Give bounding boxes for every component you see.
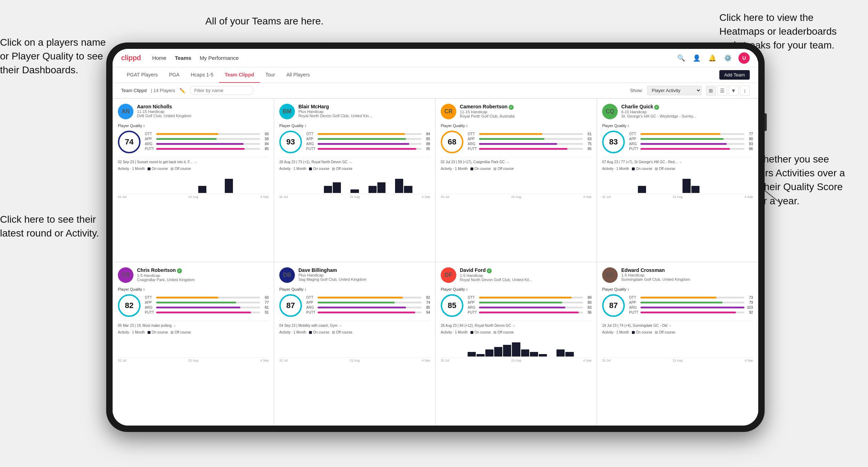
profile-icon[interactable]: 👤 [692,53,702,63]
recent-round[interactable]: 26 Aug 23 | 73 (+1), Royal North Devon G… [279,157,430,164]
tab-pga[interactable]: PGA [163,67,185,83]
bar-fill [156,143,244,145]
recent-round[interactable]: 05 Mar 23 | 19, Must make putting → [118,320,269,328]
quality-bars: OTT 60 APP 77 [145,296,269,315]
filter-icon[interactable]: ▼ [729,86,738,96]
bar-value: 60 [262,296,269,300]
search-icon[interactable]: 🔍 [676,53,686,63]
avatar-icon[interactable]: U [738,52,750,64]
chart-bar [638,186,646,193]
quality-content[interactable]: 87 OTT 73 APP [602,294,753,317]
bar-label: APP [629,137,639,141]
tab-hcaps[interactable]: Hcaps 1-5 [185,67,219,83]
bar-fill [318,297,403,298]
player-name[interactable]: Cameron Robertson✓ [460,104,592,110]
bar-label: ARG [468,142,478,146]
chart-dates: 31 Jul21 Aug4 Sep [602,195,753,199]
tab-pgat-players[interactable]: PGAT Players [121,67,163,83]
add-team-button[interactable]: Add Team [719,70,750,80]
recent-round[interactable]: 04 Sep 23 | Mobility with coach, Gym → [279,320,430,328]
player-card[interactable]: EC Edward Crossman 1-5 Handicap Sunningd… [597,262,758,426]
bar-track [318,138,422,140]
off-course-label: Off course [497,167,514,171]
quality-circle[interactable]: 85 [441,294,463,317]
bar-track [479,312,583,313]
bar-label: PUTT [468,147,478,151]
verified-icon: ✓ [509,105,514,110]
search-input[interactable] [190,86,253,95]
quality-content[interactable]: 68 OTT 61 APP [441,131,592,153]
recent-round[interactable]: 18 Jul 23 | 74 (+4), Sunningdale GC - Ol… [602,320,753,328]
nav-home[interactable]: Home [152,55,166,61]
on-course-label: On course [313,330,329,334]
player-card[interactable]: CQ Charlie Quick✓ 6-10 Handicap St. Geor… [597,98,758,262]
player-name[interactable]: Aaron Nicholls [137,104,269,109]
quality-content[interactable]: 93 OTT 84 APP [279,131,430,153]
list-view-icon[interactable]: ☰ [717,86,727,96]
player-card[interactable]: BM Blair McHarg Plus Handicap Royal Nort… [274,98,435,262]
quality-circle[interactable]: 87 [602,294,625,317]
chart-date: 4 Sep [260,359,269,362]
quality-content[interactable]: 82 OTT 60 APP [118,294,269,317]
tab-team-clippd[interactable]: Team Clippd [219,67,260,83]
player-card[interactable]: CR Chris Robertson✓ 1-5 Handicap Craigmi… [113,262,274,426]
bar-label: APP [306,301,316,304]
bar-track [156,312,260,313]
recent-round[interactable]: 07 Aug 23 | 77 (+7), St George's Hill GC… [602,157,753,164]
sort-icon[interactable]: ↕ [740,86,750,96]
verified-icon: ✓ [177,268,182,273]
tab-tour[interactable]: Tour [260,67,281,83]
chart-dates: 31 Jul21 Aug4 Sep [441,359,592,362]
bar-label: OTT [306,296,316,300]
player-card[interactable]: AN Aaron Nicholls 11-15 Handicap Drift G… [113,98,274,262]
bar-track [479,138,583,140]
activity-chart [441,336,592,358]
recent-round[interactable]: 02 Jul 23 | 59 (+17), Craigmillar Park G… [441,157,592,164]
player-card[interactable]: DF David Ford✓ 1-5 Handicap Royal North … [435,262,597,426]
player-card[interactable]: CR Cameron Robertson✓ 11-15 Handicap Roy… [435,98,597,262]
nav-my-performance[interactable]: My Performance [200,55,239,61]
quality-content[interactable]: 85 OTT 89 APP [441,294,592,317]
off-course-legend [332,167,335,170]
quality-circle[interactable]: 74 [118,131,141,153]
avatar: CR [441,104,456,119]
quality-circle[interactable]: 93 [279,131,302,153]
bar-label: PUTT [629,147,639,151]
quality-circle[interactable]: 83 [602,131,625,153]
grid-view-icon[interactable]: ⊞ [706,86,716,96]
tab-all-players[interactable]: All Players [281,67,315,83]
player-name[interactable]: David Ford✓ [460,267,592,273]
recent-round[interactable]: 02 Sep 23 | Sunset round to get back int… [118,157,269,164]
bar-value: 80 [746,137,753,141]
settings-icon[interactable]: ⚙️ [723,53,733,63]
player-name[interactable]: Charlie Quick✓ [621,104,753,110]
chart-bar [225,179,233,193]
quality-circle[interactable]: 68 [441,131,463,153]
player-name[interactable]: Chris Robertson✓ [137,267,269,273]
nav-teams[interactable]: Teams [175,55,191,61]
quality-content[interactable]: 87 OTT 82 APP [279,294,430,317]
player-name[interactable]: Blair McHarg [298,104,430,109]
show-label: Show: [630,88,643,93]
quality-content[interactable]: 74 OTT 60 APP [118,131,269,153]
bar-track [156,143,260,145]
player-header: DF David Ford✓ 1-5 Handicap Royal North … [441,267,592,283]
quality-circle[interactable]: 87 [279,294,302,317]
players-grid: AN Aaron Nicholls 11-15 Handicap Drift G… [113,98,758,426]
player-name[interactable]: Dave Billingham [298,267,430,273]
bar-track [318,312,422,313]
activity-select[interactable]: Player Activity Quality Score Trend [647,86,702,95]
nav-icons: 🔍 👤 🔔 ⚙️ U [676,52,750,64]
activity-header: Activity · 1 Month On course Off course [279,167,430,171]
recent-round[interactable]: 26 Aug 23 | 84 (+12), Royal North Devon … [441,320,592,328]
edit-icon[interactable]: ✏️ [179,88,185,93]
chart-bar [333,182,341,193]
player-card[interactable]: DB Dave Billingham Plus Handicap Sag Mag… [274,262,435,426]
bar-value: 96 [584,311,592,314]
quality-content[interactable]: 83 OTT 77 APP [602,131,753,153]
player-name[interactable]: Edward Crossman [621,267,753,273]
quality-circle[interactable]: 82 [118,294,141,317]
chart-date: 31 Jul [279,359,288,362]
notification-icon[interactable]: 🔔 [707,53,717,63]
off-course-label: Off course [659,167,675,171]
